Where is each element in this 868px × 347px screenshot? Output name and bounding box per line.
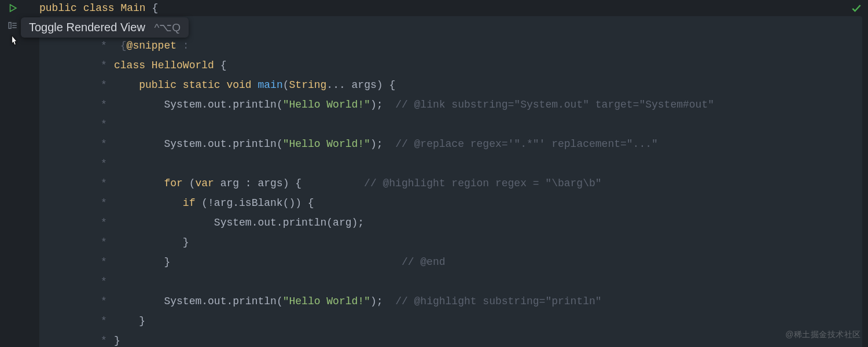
javadoc-star: * — [101, 115, 108, 134]
javadoc-star: * — [101, 213, 108, 232]
run-icon[interactable] — [7, 2, 19, 14]
javadoc-star: * — [101, 232, 108, 252]
watermark: @稀土掘金技术社区 — [785, 330, 861, 340]
javadoc-star: * — [101, 174, 108, 193]
javadoc-star: * — [101, 134, 108, 154]
javadoc-star: * — [101, 154, 108, 174]
svg-marker-0 — [10, 5, 17, 12]
javadoc-snippet-block[interactable]: {@snippet : class HelloWorld { public st… — [39, 16, 862, 347]
javadoc-stars: ***************** — [101, 16, 862, 347]
javadoc-star: * — [101, 75, 108, 95]
javadoc-star: * — [101, 36, 108, 56]
javadoc-star: * — [101, 252, 108, 272]
svg-rect-1 — [9, 23, 11, 29]
toggle-rendered-icon[interactable] — [7, 20, 19, 31]
tooltip-label: Toggle Rendered View — [29, 21, 145, 34]
pointer-cursor-icon — [8, 34, 20, 47]
javadoc-star: * — [101, 272, 108, 291]
javadoc-star: * — [101, 331, 108, 347]
editor-gutter — [0, 0, 25, 347]
code-line[interactable]: public class Main { — [39, 0, 868, 16]
javadoc-star: * — [101, 95, 108, 115]
javadoc-star: * — [101, 193, 108, 213]
javadoc-star: * — [101, 291, 108, 311]
code-editor[interactable]: public class Main { {@snippet : class He… — [25, 0, 868, 347]
tooltip-shortcut: ^⌥Q — [154, 21, 181, 34]
javadoc-star: * — [101, 311, 108, 331]
javadoc-star: * — [101, 56, 108, 75]
tooltip-toggle-rendered: Toggle Rendered View ^⌥Q — [21, 17, 189, 38]
